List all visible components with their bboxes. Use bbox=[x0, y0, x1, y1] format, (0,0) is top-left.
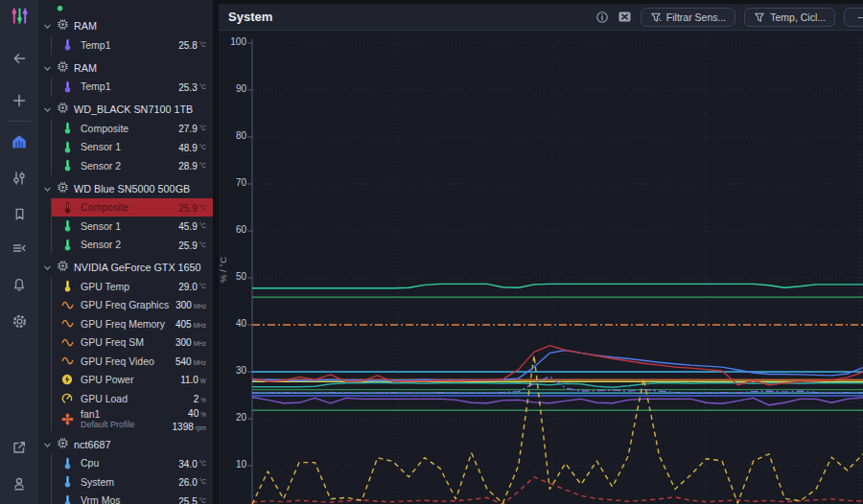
sensor-row[interactable]: GPU Freq Video540MHz bbox=[52, 352, 213, 371]
rail-divider bbox=[8, 121, 31, 122]
chip-icon bbox=[57, 18, 69, 31]
sensor-unit: °C bbox=[199, 162, 206, 169]
sensor-value: 405MHz bbox=[175, 319, 206, 330]
sensor-group: RAMTemp125.8°C bbox=[38, 16, 213, 55]
sensor-unit: MHz bbox=[194, 359, 206, 366]
user-button[interactable] bbox=[0, 470, 38, 498]
sensor-label: Sensor 1 bbox=[81, 141, 121, 152]
y-tick-label: 70 bbox=[219, 177, 246, 188]
sensor-row[interactable]: GPU Temp29.0°C bbox=[52, 277, 213, 296]
chip-icon bbox=[57, 102, 69, 114]
external-link-button[interactable] bbox=[0, 433, 38, 462]
sensor-unit: MHz bbox=[194, 340, 206, 347]
add-button[interactable] bbox=[0, 86, 38, 115]
sensor-row[interactable]: Cpu34.0°C bbox=[52, 454, 213, 473]
image-button[interactable] bbox=[618, 11, 632, 23]
sensor-group-label: NVIDIA GeForce GTX 1650 bbox=[74, 262, 201, 273]
sensors-button[interactable] bbox=[0, 164, 38, 193]
sensor-value: 25.8°C bbox=[178, 40, 206, 51]
sensor-row[interactable]: GPU Power11.0W bbox=[52, 371, 213, 390]
chart-area: % / °C 102030405060708090100 bbox=[219, 31, 863, 504]
sensor-value: 29.0°C bbox=[178, 282, 206, 292]
info-icon bbox=[595, 11, 609, 24]
page-title: System bbox=[228, 10, 272, 24]
sensor-row-partial[interactable] bbox=[38, 6, 213, 12]
fan-icon bbox=[61, 413, 74, 425]
y-tick-label: 100 bbox=[219, 36, 246, 47]
y-tick-label: 90 bbox=[219, 83, 246, 94]
sensor-label: GPU Freq SM bbox=[81, 336, 144, 348]
thermometer-icon bbox=[62, 239, 73, 251]
sensor-row[interactable]: Sensor 148.9°C bbox=[52, 138, 213, 157]
sensor-group-label: WD_BLACK SN7100 1TB bbox=[74, 103, 193, 115]
modes-button[interactable] bbox=[0, 234, 38, 263]
chart-series bbox=[252, 398, 863, 405]
thermometer-icon bbox=[62, 494, 73, 504]
sensor-row[interactable]: GPU Freq Memory405MHz bbox=[52, 314, 213, 333]
sensor-unit: W bbox=[200, 378, 206, 384]
sensor-group-header[interactable]: WD_BLACK SN7100 1TB bbox=[38, 100, 213, 119]
sensor-row[interactable]: Temp125.3°C bbox=[52, 78, 213, 97]
back-arrow-button[interactable] bbox=[0, 44, 38, 73]
sensor-row[interactable]: Sensor 228.9°C bbox=[52, 156, 213, 175]
sensor-group-items: Temp125.8°C bbox=[51, 35, 213, 55]
plus-icon bbox=[12, 93, 27, 108]
sensor-row[interactable]: Sensor 145.9°C bbox=[52, 217, 213, 236]
sensor-row[interactable]: System26.0°C bbox=[52, 472, 213, 492]
chart-svg[interactable] bbox=[246, 39, 863, 504]
sensor-value: 27.9°C bbox=[178, 124, 206, 134]
sensor-group-header[interactable]: WD Blue SN5000 500GB bbox=[38, 179, 213, 198]
sensor-group-label: RAM bbox=[74, 20, 97, 32]
sensor-group-header[interactable]: RAM bbox=[38, 58, 213, 78]
sensor-row[interactable]: GPU Freq Graphics300MHz bbox=[52, 296, 213, 315]
sensor-label: GPU Load bbox=[81, 393, 128, 404]
sensor-group: RAMTemp125.3°C bbox=[38, 58, 213, 97]
filter-types-button[interactable]: Temp, Cicl... bbox=[744, 8, 835, 27]
sensor-unit: °C bbox=[199, 478, 206, 485]
thermometer-icon bbox=[62, 38, 73, 51]
sensor-group: NVIDIA GeForce GTX 1650GPU Temp29.0°CGPU… bbox=[38, 258, 213, 431]
y-tick-label: 80 bbox=[219, 130, 246, 141]
sensor-label: GPU Temp bbox=[81, 281, 129, 292]
sensor-unit: MHz bbox=[194, 322, 206, 329]
filter-sensors-button[interactable]: Filtrar Sens... bbox=[641, 8, 735, 27]
settings-button[interactable] bbox=[0, 307, 38, 335]
chart-series bbox=[252, 355, 863, 504]
notifications-button[interactable] bbox=[0, 270, 38, 299]
sensor-label: Sensor 2 bbox=[81, 160, 121, 172]
sensor-value: 48.9°C bbox=[178, 143, 206, 153]
sensor-value: 300MHz bbox=[175, 300, 206, 310]
sensor-group: nct6687Cpu34.0°CSystem26.0°CVrm Mos25.5°… bbox=[38, 435, 213, 504]
sensor-row-selected[interactable]: Composite25.9°C bbox=[52, 198, 213, 218]
chevron-down-icon bbox=[43, 22, 52, 31]
thermometer-icon bbox=[62, 201, 73, 214]
sensor-group-header[interactable]: NVIDIA GeForce GTX 1650 bbox=[38, 258, 213, 277]
chevron-down-icon bbox=[43, 105, 52, 114]
sensor-row[interactable]: fan1Default Profile40%1398rpm bbox=[52, 408, 213, 431]
sensor-unit-2: rpm bbox=[196, 424, 206, 431]
sensor-group-header[interactable]: nct6687 bbox=[38, 435, 213, 454]
sensor-tree: RAMTemp125.8°CRAMTemp125.3°CWD_BLACK SN7… bbox=[38, 6, 213, 504]
home-button[interactable] bbox=[0, 127, 38, 156]
list-chevron-icon bbox=[12, 241, 27, 256]
sensor-row[interactable]: Composite27.9°C bbox=[52, 119, 213, 138]
app-logo-icon bbox=[0, 0, 38, 31]
chip-icon bbox=[57, 260, 69, 272]
chevron-down-icon bbox=[43, 441, 52, 449]
bookmark-button[interactable] bbox=[0, 199, 38, 228]
sensor-row[interactable]: GPU Freq SM300MHz bbox=[52, 333, 213, 353]
app-window: { "header": { "title": "System", "filter… bbox=[0, 0, 863, 504]
sensor-value: 45.9°C bbox=[178, 221, 206, 232]
sensor-unit: °C bbox=[199, 144, 206, 150]
sensor-row[interactable]: Temp125.8°C bbox=[52, 35, 213, 55]
sensor-group-header[interactable]: RAM bbox=[38, 16, 213, 35]
sensor-group-label: RAM bbox=[74, 62, 97, 74]
info-button[interactable] bbox=[595, 11, 609, 24]
sensor-unit: °C bbox=[199, 283, 206, 289]
sensor-label: fan1 bbox=[81, 409, 135, 420]
sensor-row[interactable]: Vrm Mos25.5°C bbox=[52, 492, 213, 504]
overflow-button[interactable]: − bbox=[844, 8, 863, 27]
sensor-sublabel: Default Profile bbox=[81, 420, 135, 430]
thermometer-icon bbox=[62, 475, 73, 488]
sensor-row[interactable]: Sensor 225.9°C bbox=[52, 236, 213, 255]
